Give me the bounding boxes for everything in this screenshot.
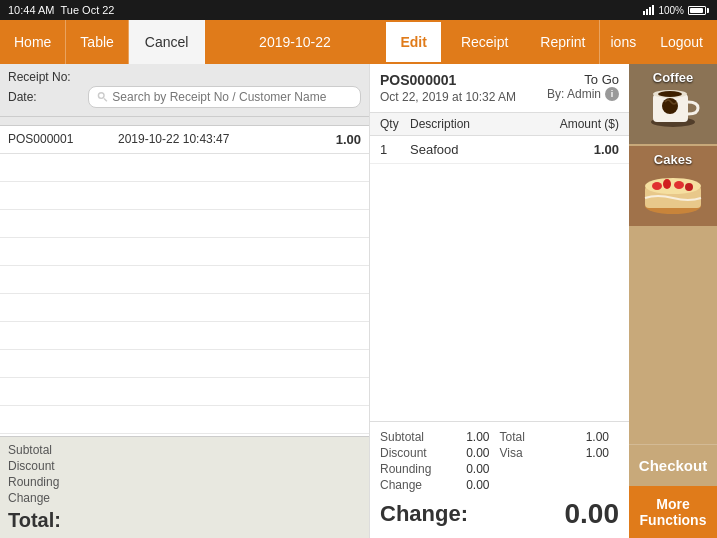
battery-percent: 100%	[658, 5, 684, 16]
totals-left: Subtotal 1.00 Discount 0.00 Rounding 0.0…	[380, 430, 500, 492]
empty-row	[0, 210, 369, 238]
empty-row	[0, 406, 369, 434]
empty-row	[0, 322, 369, 350]
receipt-admin: By: Admin i	[547, 87, 619, 101]
search-box[interactable]	[88, 86, 361, 108]
receipt-header: POS000001 Oct 22, 2019 at 10:32 AM To Go…	[370, 64, 629, 113]
search-icon	[97, 91, 108, 103]
right-sidebar: Coffee Cakes Checkou	[629, 64, 717, 538]
item-qty: 1	[380, 142, 410, 157]
header-amount: Amount ($)	[539, 117, 619, 131]
header-description: Description	[410, 117, 539, 131]
date-label: Date:	[8, 90, 88, 104]
search-input[interactable]	[112, 90, 352, 104]
change-label: Change	[8, 491, 50, 505]
item-description: Seafood	[410, 142, 539, 157]
total-label: Total:	[8, 509, 61, 532]
item-amount: 1.00	[539, 142, 619, 157]
battery-icon	[688, 6, 709, 15]
time-display: 10:44 AM	[8, 4, 54, 16]
totals-right: Total 1.00 Visa 1.00	[500, 430, 620, 492]
discount-label: Discount	[380, 446, 427, 460]
nav-cancel-button[interactable]: Cancel	[129, 20, 206, 64]
nav-logout-button[interactable]: Logout	[646, 20, 717, 64]
nav-table-button[interactable]: Table	[66, 20, 128, 64]
empty-row	[0, 350, 369, 378]
rounding-value: 0.00	[466, 462, 489, 476]
rounding-label: Rounding	[380, 462, 431, 476]
svg-point-0	[98, 93, 104, 99]
table-row[interactable]: POS000001 2019-10-22 10:43:47 1.00	[0, 126, 369, 154]
category-coffee[interactable]: Coffee	[629, 64, 717, 144]
row-receipt-no: POS000001	[8, 132, 118, 147]
left-footer: Subtotal Discount Rounding Change Total:	[0, 436, 369, 538]
visa-label: Visa	[500, 446, 523, 460]
coffee-label: Coffee	[629, 70, 717, 85]
svg-point-11	[663, 179, 671, 189]
row-date: 2019-10-22 10:43:47	[118, 132, 311, 147]
status-bar: 10:44 AM Tue Oct 22 100%	[0, 0, 717, 20]
subtotal-label: Subtotal	[380, 430, 424, 444]
receipt-table-header: Qty Description Amount ($)	[370, 113, 629, 136]
receipt-footer: Subtotal 1.00 Discount 0.00 Rounding 0.0…	[370, 421, 629, 538]
svg-point-5	[658, 91, 682, 97]
nav-receipt-button[interactable]: Receipt	[443, 20, 526, 64]
svg-point-13	[685, 183, 693, 191]
column-headers	[0, 117, 369, 126]
receipt-no-label: Receipt No:	[8, 70, 88, 84]
main-container: Receipt No: Date: POS000001	[0, 64, 717, 538]
cakes-label: Cakes	[629, 152, 717, 167]
row-amount: 1.00	[311, 132, 361, 147]
checkout-button[interactable]: Checkout	[629, 444, 717, 486]
wifi-icon	[643, 5, 654, 15]
receipt-panel: POS000001 Oct 22, 2019 at 10:32 AM To Go…	[370, 64, 629, 538]
total-value: 1.00	[586, 430, 609, 444]
change-value: 0.00	[466, 478, 489, 492]
discount-value: 0.00	[466, 446, 489, 460]
nav-bar: Home Table Cancel 2019-10-22 Edit Receip…	[0, 20, 717, 64]
receipt-id: POS000001	[380, 72, 516, 88]
receipt-type: To Go	[547, 72, 619, 87]
empty-row	[0, 378, 369, 406]
rounding-label: Rounding	[8, 475, 59, 489]
nav-reprint-button[interactable]: Reprint	[526, 20, 600, 64]
change-big-value: 0.00	[565, 498, 620, 530]
change-big-label: Change:	[380, 501, 468, 527]
nav-home-button[interactable]: Home	[0, 20, 66, 64]
empty-row	[0, 154, 369, 182]
empty-row	[0, 294, 369, 322]
subtotal-label: Subtotal	[8, 443, 52, 457]
info-icon[interactable]: i	[605, 87, 619, 101]
visa-value: 1.00	[586, 446, 609, 460]
change-label: Change	[380, 478, 422, 492]
receipt-item-row[interactable]: 1 Seafood 1.00	[370, 136, 629, 164]
svg-point-12	[674, 181, 684, 189]
left-header: Receipt No: Date:	[0, 64, 369, 117]
change-row: Change: 0.00	[380, 498, 619, 530]
nav-edit-button[interactable]: Edit	[384, 20, 442, 64]
discount-label: Discount	[8, 459, 55, 473]
nav-date-display: 2019-10-22	[205, 20, 384, 64]
empty-rows	[0, 154, 369, 436]
receipt-date: Oct 22, 2019 at 10:32 AM	[380, 90, 516, 104]
date-display: Tue Oct 22	[60, 4, 114, 16]
svg-line-1	[104, 98, 107, 101]
category-cakes[interactable]: Cakes	[629, 146, 717, 226]
subtotal-value: 1.00	[466, 430, 489, 444]
nav-ions-label: ions	[600, 20, 646, 64]
header-qty: Qty	[380, 117, 410, 131]
receipts-table: POS000001 2019-10-22 10:43:47 1.00	[0, 126, 369, 436]
total-label: Total	[500, 430, 525, 444]
receipt-items: 1 Seafood 1.00	[370, 136, 629, 421]
svg-point-10	[652, 182, 662, 190]
left-panel: Receipt No: Date: POS000001	[0, 64, 370, 538]
empty-row	[0, 238, 369, 266]
more-functions-button[interactable]: More Functions	[629, 486, 717, 538]
empty-row	[0, 182, 369, 210]
empty-row	[0, 266, 369, 294]
